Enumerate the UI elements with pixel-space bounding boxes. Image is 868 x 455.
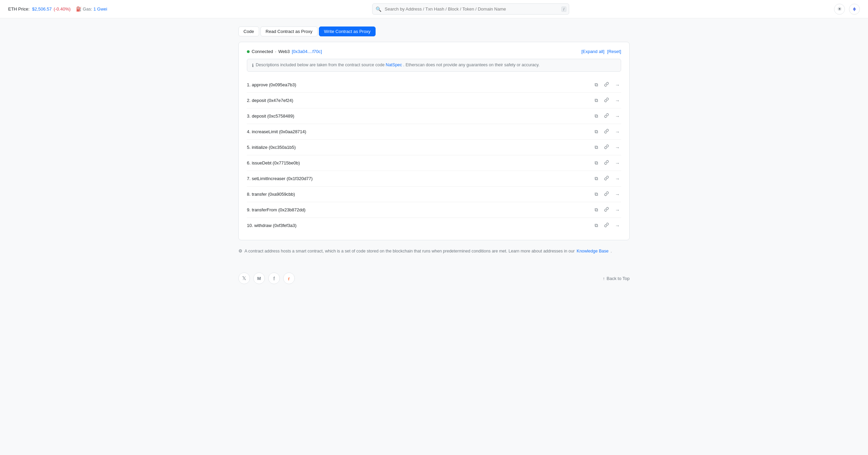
function-name: 2. deposit (0x47e7ef24) — [247, 98, 293, 103]
function-row[interactable]: 5. initialize (0xc350a1b5) ⧉ → — [247, 140, 621, 155]
function-actions: ⧉ → — [593, 159, 621, 167]
function-row[interactable]: 3. deposit (0xc5758489) ⧉ → — [247, 108, 621, 124]
link-icon[interactable] — [603, 191, 610, 198]
function-row[interactable]: 6. issueDebt (0x7715be0b) ⧉ → — [247, 155, 621, 171]
function-row[interactable]: 9. transferFrom (0x23b872dd) ⧉ → — [247, 202, 621, 218]
link-icon[interactable] — [603, 206, 610, 213]
function-name: 10. withdraw (0xf3fef3a3) — [247, 223, 296, 228]
function-name: 9. transferFrom (0x23b872dd) — [247, 207, 306, 212]
footer-info-text: A contract address hosts a smart contrac… — [245, 249, 575, 253]
arrow-right-icon[interactable]: → — [614, 128, 621, 135]
copy-icon[interactable]: ⧉ — [593, 159, 599, 167]
eth-price-change: (-0.40%) — [54, 6, 71, 12]
gas-value: 1 Gwei — [93, 6, 107, 12]
eth-price-label: ETH Price: — [8, 6, 30, 12]
eth-price-value: $2,506.57 — [32, 6, 52, 12]
gear-icon: ⚙ — [238, 248, 242, 253]
arrow-right-icon[interactable]: → — [614, 144, 621, 151]
search-kbd-shortcut: / — [561, 6, 566, 12]
copy-icon[interactable]: ⧉ — [593, 175, 599, 182]
function-actions: ⧉ → — [593, 191, 621, 198]
connected-provider: Web3 — [278, 49, 290, 54]
medium-icon-button[interactable]: M — [253, 273, 265, 284]
function-name: 1. approve (0x095ea7b3) — [247, 82, 296, 87]
copy-icon[interactable]: ⧉ — [593, 81, 599, 88]
navbar-left: ETH Price: $2,506.57 (-0.40%) ⛽ Gas: 1 G… — [8, 6, 107, 12]
function-actions: ⧉ → — [593, 112, 621, 120]
arrow-right-icon[interactable]: → — [614, 82, 621, 88]
search-input[interactable] — [372, 3, 569, 15]
function-name: 6. issueDebt (0x7715be0b) — [247, 160, 300, 165]
copy-icon[interactable]: ⧉ — [593, 112, 599, 120]
function-actions: ⧉ → — [593, 81, 621, 88]
eth-price-info: ETH Price: $2,506.57 (-0.40%) — [8, 6, 71, 12]
search-bar: 🔍 / — [372, 3, 569, 15]
copy-icon[interactable]: ⧉ — [593, 144, 599, 151]
link-icon[interactable] — [603, 159, 610, 167]
tab-code[interactable]: Code — [238, 27, 259, 36]
function-row[interactable]: 8. transfer (0xa9059cbb) ⧉ → — [247, 187, 621, 202]
arrow-right-icon[interactable]: → — [614, 160, 621, 167]
function-row[interactable]: 1. approve (0x095ea7b3) ⧉ → — [247, 77, 621, 93]
connected-separator: · — [275, 49, 276, 54]
function-list: 1. approve (0x095ea7b3) ⧉ → 2. deposit (… — [247, 77, 621, 233]
arrow-right-icon[interactable]: → — [614, 175, 621, 182]
arrow-right-icon[interactable]: → — [614, 191, 621, 198]
function-row[interactable]: 4. increaseLimit (0x0aa28714) ⧉ → — [247, 124, 621, 140]
notice-text: Descriptions included below are taken fr… — [256, 63, 540, 67]
gas-pump-icon: ⛽ — [76, 6, 82, 12]
link-icon[interactable] — [603, 222, 610, 229]
link-icon[interactable] — [603, 128, 610, 135]
function-row[interactable]: 2. deposit (0x47e7ef24) ⧉ → — [247, 93, 621, 108]
tab-bar: Code Read Contract as Proxy Write Contra… — [238, 27, 630, 36]
link-icon[interactable] — [603, 97, 610, 104]
arrow-right-icon[interactable]: → — [614, 207, 621, 213]
function-row[interactable]: 10. withdraw (0xf3fef3a3) ⧉ → — [247, 218, 621, 233]
social-footer: 𝕏 M f r ↑ Back to Top — [238, 267, 630, 290]
arrow-right-icon[interactable]: → — [614, 97, 621, 104]
function-name: 5. initialize (0xc350a1b5) — [247, 145, 296, 150]
reddit-icon-button[interactable]: r — [283, 273, 295, 284]
copy-icon[interactable]: ⧉ — [593, 222, 599, 229]
link-icon[interactable] — [603, 175, 610, 182]
function-row[interactable]: 7. setLimitIncreaser (0x1f320d77) ⧉ → — [247, 171, 621, 187]
facebook-icon-button[interactable]: f — [268, 273, 280, 284]
footer-info: ⚙ A contract address hosts a smart contr… — [238, 248, 630, 253]
natspec-link[interactable]: NatSpec — [386, 63, 402, 67]
info-circle-icon: ℹ — [252, 63, 254, 68]
theme-toggle-button[interactable]: ☀ — [834, 4, 845, 15]
tab-read-proxy[interactable]: Read Contract as Proxy — [260, 27, 318, 36]
copy-icon[interactable]: ⧉ — [593, 191, 599, 198]
connection-status: Connected · Web3 [0x3a04....f70c] — [247, 49, 322, 54]
connected-address-link[interactable]: [0x3a04....f70c] — [292, 49, 322, 54]
eth-logo-button[interactable] — [849, 4, 860, 15]
function-name: 3. deposit (0xc5758489) — [247, 113, 294, 119]
connected-dot-icon — [247, 50, 250, 53]
twitter-icon-button[interactable]: 𝕏 — [238, 273, 250, 284]
copy-icon[interactable]: ⧉ — [593, 206, 599, 213]
contract-panel: Connected · Web3 [0x3a04....f70c] [Expan… — [238, 42, 630, 240]
function-actions: ⧉ → — [593, 128, 621, 135]
expand-all-button[interactable]: [Expand all] — [581, 49, 604, 54]
knowledge-base-link[interactable]: Knowledge Base — [577, 249, 609, 253]
tab-write-proxy[interactable]: Write Contract as Proxy — [319, 27, 376, 36]
navbar-right: ☀ — [834, 4, 860, 15]
copy-icon[interactable]: ⧉ — [593, 97, 599, 104]
link-icon[interactable] — [603, 144, 610, 151]
connected-bar: Connected · Web3 [0x3a04....f70c] [Expan… — [247, 49, 621, 54]
back-to-top-button[interactable]: ↑ Back to Top — [603, 276, 630, 281]
reset-button[interactable]: [Reset] — [607, 49, 621, 54]
connected-label: Connected — [252, 49, 273, 54]
info-notice: ℹ Descriptions included below are taken … — [247, 59, 621, 72]
arrow-right-icon[interactable]: → — [614, 113, 621, 120]
link-icon[interactable] — [603, 112, 610, 120]
function-actions: ⧉ → — [593, 97, 621, 104]
function-name: 7. setLimitIncreaser (0x1f320d77) — [247, 176, 313, 181]
main-container: Code Read Contract as Proxy Write Contra… — [230, 18, 638, 298]
arrow-right-icon[interactable]: → — [614, 222, 621, 229]
back-to-top-label: Back to Top — [607, 276, 630, 281]
link-icon[interactable] — [603, 81, 610, 88]
copy-icon[interactable]: ⧉ — [593, 128, 599, 135]
navbar: ETH Price: $2,506.57 (-0.40%) ⛽ Gas: 1 G… — [0, 0, 868, 18]
function-actions: ⧉ → — [593, 144, 621, 151]
